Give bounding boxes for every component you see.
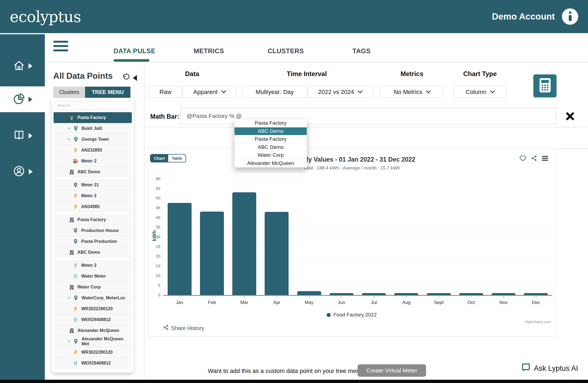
left-rail: [0, 34, 45, 380]
create-virtual-meter-button[interactable]: Create Virtual Meter: [358, 364, 426, 377]
ask-ai-button[interactable]: Ask Lyptus AI: [521, 363, 578, 374]
tree-item[interactable]: George Town: [54, 134, 132, 145]
chart-legend[interactable]: Food Factory 2022: [148, 312, 555, 318]
clusters-view-button[interactable]: Clusters: [53, 87, 85, 98]
tree-item[interactable]: WER29408812: [54, 314, 132, 325]
tree-item-label: Production House: [81, 228, 119, 233]
bar-Sept[interactable]: [427, 293, 451, 295]
tab-clusters[interactable]: CLUSTERS: [268, 47, 304, 55]
bar-May[interactable]: [297, 291, 321, 295]
tree-item[interactable]: Pasta Factory: [54, 214, 132, 225]
bar-Jan[interactable]: [168, 203, 192, 295]
chart-type-select[interactable]: Column: [453, 86, 507, 98]
page-title: All Data Points: [53, 71, 113, 81]
sidebar-item-profile[interactable]: [0, 159, 45, 184]
tree-item[interactable]: Bukit Jalil: [54, 123, 132, 134]
time-interval-select[interactable]: 2022 vs 2024: [308, 86, 373, 98]
tree-item[interactable]: ABC Demo: [54, 167, 132, 177]
search-input[interactable]: [54, 101, 132, 109]
tree-item[interactable]: AN232893: [54, 145, 132, 156]
sidebar-item-library[interactable]: [0, 123, 45, 149]
tree-item-label: ABC Demo: [77, 250, 100, 255]
dropdown-option[interactable]: Water Corp: [234, 151, 307, 159]
tree-item[interactable]: Meter 2: [54, 190, 132, 201]
tree-item[interactable]: Production House: [54, 225, 132, 236]
chart-credits[interactable]: Highcharts.com: [525, 320, 551, 324]
collapse-panel-icon[interactable]: [133, 75, 137, 81]
bolt-icon: [73, 349, 79, 355]
hamburger-menu-icon[interactable]: [53, 41, 68, 54]
close-icon[interactable]: [565, 111, 575, 121]
tab-data-pulse[interactable]: DATA PULSE: [114, 47, 155, 55]
building-icon: [69, 115, 75, 121]
tree-item[interactable]: Alexander McQueen Met: [54, 336, 132, 347]
bottom-bar: [0, 380, 588, 383]
bar-Feb[interactable]: [200, 212, 224, 295]
divider: [45, 62, 588, 62]
tree-item[interactable]: ABC Demo: [54, 247, 132, 258]
bar-Apr[interactable]: [265, 212, 289, 295]
bar-Aug[interactable]: [394, 293, 418, 295]
pin-icon: [73, 295, 79, 301]
chevron-right-icon: [29, 133, 32, 139]
y-axis-tick: 0: [149, 293, 160, 297]
tree-item[interactable]: Meter 2: [54, 156, 132, 167]
x-axis-label: Sept: [423, 300, 455, 305]
tree-item[interactable]: Alexander McQueen: [54, 325, 132, 336]
tree-item[interactable]: Meter 2: [54, 260, 132, 271]
chart-type-label: Chart Type: [453, 70, 507, 78]
bar-Oct[interactable]: [459, 293, 483, 295]
tab-metrics[interactable]: METRICS: [194, 47, 224, 55]
tree-item-label: Meter 21: [81, 183, 99, 187]
tree-item-label: Meter 2: [81, 159, 96, 164]
bar-Mar[interactable]: [232, 192, 256, 295]
tree-item-label: WER29408812: [81, 361, 111, 366]
dropdown-option[interactable]: ABC Demo: [234, 143, 307, 152]
y-axis-tick: 55: [149, 186, 160, 191]
metrics-select[interactable]: No Metrics: [380, 86, 443, 98]
dropdown-option[interactable]: Pasta Factory: [234, 119, 307, 127]
pie-chart-icon: [13, 93, 25, 106]
chart-card: Chart Table Monthly Values - 01 Jan: [148, 149, 556, 337]
tree-item[interactable]: Pasta Factory: [54, 112, 132, 123]
bar-Jun[interactable]: [330, 293, 354, 295]
data-raw-segment[interactable]: Raw: [149, 86, 182, 98]
sidebar-item-home[interactable]: [0, 53, 45, 79]
sidebar-item-analytics[interactable]: [0, 86, 45, 112]
tree-item[interactable]: WaterCorp_MeterLoc: [54, 293, 132, 303]
tree-menu-view-button[interactable]: TREE MENU: [85, 87, 130, 98]
tree-item[interactable]: WR3022390120: [54, 347, 132, 358]
info-icon[interactable]: [562, 8, 578, 25]
calculator-button[interactable]: [533, 74, 556, 97]
y-axis-tick: 10: [149, 273, 160, 278]
account-name[interactable]: Demo Account: [492, 11, 555, 22]
divider: [144, 62, 145, 380]
tree-item-label: Pasta Factory: [77, 115, 106, 120]
time-interval-mode[interactable]: Multiyear: Day: [242, 86, 307, 98]
tree-item[interactable]: AN34985: [54, 201, 132, 212]
bar-Dec[interactable]: [524, 293, 548, 295]
chevron-right-icon: [29, 97, 32, 102]
share-history-link[interactable]: Share History: [163, 325, 204, 332]
tree-item-label: Pasta Production: [81, 239, 117, 244]
tree-item[interactable]: WR3022390120: [54, 303, 132, 314]
dropdown-option[interactable]: Pasta Factory: [234, 135, 307, 143]
dropdown-option[interactable]: Alexander McQueen: [234, 159, 307, 168]
tab-tags[interactable]: TAGS: [352, 47, 371, 55]
tree-item[interactable]: Water Corp: [54, 282, 132, 293]
tree-item[interactable]: WER29408812: [54, 358, 132, 369]
tree-item-label: WR3022390120: [81, 306, 113, 311]
gridline: [163, 198, 552, 198]
data-type-select[interactable]: Apparent: [183, 86, 236, 98]
bar-Nov[interactable]: [492, 293, 515, 295]
tree-item[interactable]: Pasta Production: [54, 236, 132, 247]
tree-item-label: WaterCorp_MeterLoc: [82, 296, 125, 300]
tree-item-label: WR3022390120: [81, 350, 113, 355]
tree-item[interactable]: Water Meter: [54, 271, 132, 282]
bar-Jul[interactable]: [362, 293, 386, 295]
tree-item[interactable]: Meter 21: [54, 180, 132, 190]
refresh-icon[interactable]: [122, 73, 130, 81]
tree-list: Pasta FactoryBukit JalilGeorge TownAN232…: [54, 112, 132, 369]
dropdown-option[interactable]: ABC Demo: [234, 127, 307, 136]
tree-item-label: Water Corp: [77, 285, 101, 290]
